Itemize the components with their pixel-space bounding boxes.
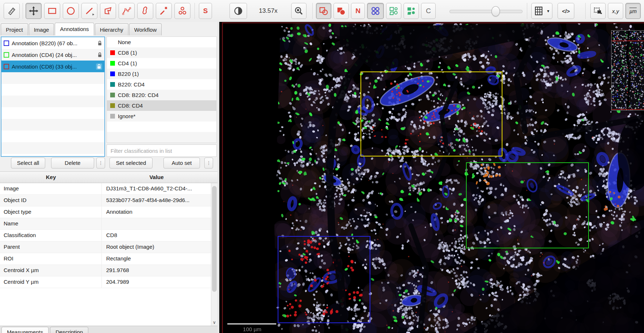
polyline-tool-icon[interactable] (119, 3, 135, 19)
tab-description[interactable]: Description (50, 327, 88, 333)
scale-bar (227, 323, 276, 325)
annotation-item[interactable]: Annotation (CD4) (24 obj... (1, 49, 104, 61)
select-all-button[interactable]: Select all (11, 158, 45, 169)
show-detection-shapes-icon[interactable] (386, 3, 401, 19)
measurement-table-icon[interactable]: ▼ (531, 3, 552, 19)
classification-item[interactable]: CD8 (1) (107, 47, 216, 58)
property-key: Image (0, 183, 102, 194)
contrast-icon[interactable] (230, 3, 247, 19)
annotation-list[interactable]: Annotation (B220) (67 ob...Annotation (C… (1, 36, 105, 157)
scroll-down-icon[interactable]: ∨ (211, 320, 217, 325)
set-selected-button[interactable]: Set selected (109, 158, 153, 169)
annotation-item[interactable]: Annotation (B220) (67 ob... (1, 37, 104, 49)
show-annotations-icon[interactable] (316, 3, 331, 19)
properties-scrollbar[interactable]: ∨ (211, 183, 217, 326)
brush-tool-icon[interactable] (137, 3, 153, 19)
move-tool-icon[interactable] (26, 3, 42, 19)
property-row: ParentRoot object (Image) (0, 241, 211, 253)
opacity-slider-thumb[interactable] (491, 6, 500, 16)
property-value: Root object (Image) (102, 241, 211, 253)
magnification-label: 13.57x (253, 7, 284, 15)
polygon-tool-icon[interactable] (100, 3, 116, 19)
property-key: Name (0, 218, 102, 229)
delete-button[interactable]: Delete (51, 158, 94, 169)
annotation-color-swatch (4, 64, 9, 69)
s-annotation-icon[interactable]: S (199, 3, 212, 19)
opacity-slider[interactable] (450, 10, 522, 13)
property-key: Classification (0, 230, 102, 241)
roi-cd8-selected[interactable] (360, 71, 502, 156)
property-key: Parent (0, 241, 102, 253)
tab-annotations[interactable]: Annotations (55, 23, 94, 35)
roi-b220[interactable] (278, 236, 370, 323)
annotation-more-button[interactable]: ⋮ (96, 158, 105, 169)
property-value: DJ31m3_T1-CD8-A660_T2-CD4-... (102, 183, 211, 194)
property-row: ROIRectangle (0, 253, 211, 265)
property-row: Centroid Y µm204.7989 (0, 276, 211, 288)
annotation-item-label: Annotation (CD4) (24 obj... (12, 52, 95, 58)
toolbar-separator (312, 3, 313, 19)
show-connections-icon[interactable]: C (421, 3, 436, 19)
classification-item[interactable]: B220 (1) (107, 69, 216, 79)
annotation-color-swatch (4, 40, 9, 46)
ellipse-tool-icon[interactable] (63, 3, 79, 19)
classification-item[interactable]: CD4 (1) (107, 58, 216, 69)
annotation-item-label: Annotation (CD8) (33 obj... (12, 63, 93, 70)
wand-tool-icon[interactable] (156, 3, 172, 19)
cursor-location-icon[interactable]: x,y (608, 3, 623, 19)
scrollbar-thumb[interactable] (212, 186, 217, 292)
classification-more-button[interactable]: ⋮ (204, 158, 213, 169)
annotation-color-swatch (4, 52, 9, 58)
value-header: Value (102, 174, 211, 180)
selection-mode-icon[interactable] (590, 3, 606, 19)
points-tool-icon[interactable] (174, 3, 190, 19)
script-editor-icon[interactable]: </> (558, 3, 574, 19)
rectangle-tool-icon[interactable] (44, 3, 60, 19)
lock-icon (97, 40, 102, 46)
classification-item[interactable]: CD8: B220: CD4 (107, 90, 216, 100)
classification-filter (107, 144, 217, 157)
zoom-to-fit-icon[interactable] (291, 3, 306, 19)
image-viewer[interactable]: 100 µm (219, 22, 644, 333)
show-names-icon[interactable]: N (351, 3, 365, 19)
overview-thumbnail[interactable] (611, 30, 644, 111)
class-color-swatch (110, 61, 115, 66)
annotation-item[interactable]: Annotation (CD8) (33 obj... (1, 61, 104, 72)
property-key: Centroid X µm (0, 265, 102, 276)
tab-image[interactable]: Image (29, 23, 54, 35)
property-row: Name (0, 218, 211, 230)
classification-item-label: Ignore* (118, 113, 135, 119)
classification-item[interactable]: Ignore* (107, 111, 216, 121)
classification-list[interactable]: NoneCD8 (1)CD4 (1)B220 (1)B220: CD4CD8: … (107, 36, 217, 143)
tab-workflow[interactable]: Workflow (129, 23, 162, 35)
show-detections-icon[interactable] (367, 3, 384, 19)
classification-filter-input[interactable] (107, 144, 217, 157)
scalebar-toggle-icon[interactable]: µm (625, 3, 641, 19)
roi-cd4[interactable] (466, 162, 589, 248)
toolbar-separator (194, 3, 195, 19)
fill-detections-icon[interactable] (404, 3, 419, 19)
classification-item[interactable]: B220: CD4 (107, 79, 216, 90)
left-tabbar: ProjectImageAnnotationsHierarchyWorkflow (1, 23, 162, 36)
classification-item-label: B220: CD4 (118, 81, 144, 88)
fill-annotations-icon[interactable] (333, 3, 349, 19)
tab-project[interactable]: Project (1, 23, 28, 35)
properties-header: Key Value (0, 171, 217, 183)
property-row: Object ID5323b077-5a97-4f34-a48e-29d6... (0, 195, 211, 206)
tab-hierarchy[interactable]: Hierarchy (95, 23, 128, 35)
class-color-swatch (110, 103, 115, 108)
classification-item[interactable]: None (107, 37, 216, 47)
image-left-border (222, 22, 223, 333)
overview-canvas (612, 31, 644, 110)
property-row: Centroid X µm291.9768 (0, 265, 211, 276)
class-color-swatch (110, 93, 115, 97)
classification-item-label: None (118, 39, 131, 45)
auto-set-button[interactable]: Auto set (163, 158, 200, 169)
property-key: Object ID (0, 195, 102, 206)
tab-measurements[interactable]: Measurements (1, 327, 49, 333)
ruler-icon[interactable] (4, 3, 20, 19)
classification-item[interactable]: CD8: CD4 (107, 100, 216, 111)
property-value: Rectangle (102, 253, 211, 264)
left-panel: ProjectImageAnnotationsHierarchyWorkflow… (0, 22, 219, 333)
line-tool-icon[interactable] (81, 3, 97, 19)
